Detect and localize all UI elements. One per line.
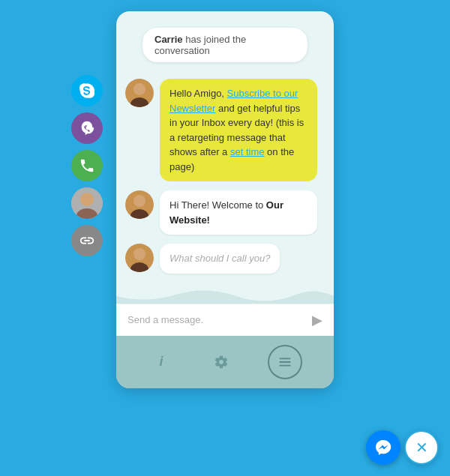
svg-point-10 [134, 248, 146, 260]
send-message-placeholder[interactable]: Send a message. [128, 314, 203, 325]
message-bubble-1: Hello Amigo, Subscribe to our Newsletter… [160, 79, 317, 181]
menu-button[interactable] [268, 345, 302, 379]
info-button[interactable]: i [148, 349, 175, 376]
wave-area [116, 281, 334, 304]
send-arrow-icon[interactable]: ▶ [312, 312, 322, 328]
newsletter-link[interactable]: Subscribe to our Newsletter [170, 88, 298, 114]
send-message-bar: Send a message. ▶ [116, 304, 334, 336]
info-icon: i [159, 354, 163, 370]
agent-avatar-side [71, 187, 103, 219]
agent-avatar-1 [125, 79, 154, 107]
messages-area: Hello Amigo, Subscribe to our Newsletter… [116, 75, 334, 281]
message-row-2: Hi There! Welcome to Our Website! [125, 190, 325, 235]
svg-point-4 [134, 83, 146, 95]
settings-button[interactable] [208, 349, 235, 376]
side-icons-panel [71, 75, 103, 256]
close-icon: ✕ [416, 439, 428, 457]
joined-notice-row: Carrie has joined the conversation [116, 11, 334, 75]
message-bubble-3[interactable]: What should I call you? [160, 244, 280, 274]
message-row-3: What should I call you? [125, 244, 325, 274]
set-time-link[interactable]: set time [230, 146, 265, 157]
joined-notice: Carrie has joined the conversation [142, 28, 308, 62]
bottom-actions: ✕ [366, 430, 439, 465]
viber-icon[interactable] [71, 112, 103, 144]
website-strong: Our Website! [170, 199, 284, 226]
svg-point-1 [80, 193, 94, 206]
svg-point-7 [134, 195, 146, 207]
phone-icon[interactable] [71, 150, 103, 181]
close-button[interactable]: ✕ [404, 430, 439, 465]
agent-name: Carrie [154, 34, 183, 45]
message-bubble-2: Hi There! Welcome to Our Website! [160, 190, 317, 235]
link-icon[interactable] [71, 225, 103, 256]
agent-avatar-2 [125, 190, 154, 219]
chat-widget: Carrie has joined the conversation Hello… [116, 11, 334, 388]
bottom-toolbar: i [116, 336, 334, 388]
messenger-button[interactable] [366, 430, 400, 465]
message-row-1: Hello Amigo, Subscribe to our Newsletter… [125, 79, 325, 181]
agent-avatar-3 [125, 244, 154, 272]
skype-icon[interactable] [71, 75, 103, 106]
input-placeholder: What should I call you? [170, 253, 270, 264]
